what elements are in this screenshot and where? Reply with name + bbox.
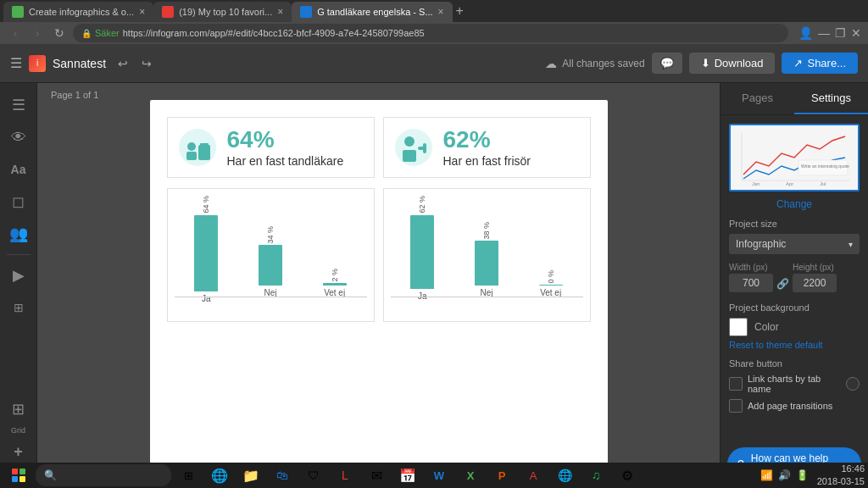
svg-rect-9: [423, 143, 426, 153]
link-charts-checkbox[interactable]: [729, 377, 743, 391]
sidebar-item-people[interactable]: 👥: [3, 219, 34, 249]
lynda-icon[interactable]: L: [330, 462, 360, 488]
minimize-button[interactable]: —: [818, 26, 830, 40]
start-button[interactable]: [3, 462, 34, 488]
explorer-icon[interactable]: 📁: [236, 462, 266, 488]
height-input[interactable]: [793, 274, 837, 292]
width-input[interactable]: [729, 274, 773, 292]
new-tab-button[interactable]: +: [456, 3, 464, 19]
url-text: https://infogram.com/app/#/edit/c4bcc162…: [123, 28, 425, 38]
taskbar: 🔍 ⊞ 🌐 📁 🛍 🛡 L ✉ 📅 W X P A 🌐 ♫ ⚙ 📶 🔊 🔋 16…: [0, 463, 868, 488]
sidebar-grid-label: Grid: [11, 426, 25, 435]
sidebar-item-shapes[interactable]: ◻: [3, 186, 34, 217]
settings-icon[interactable]: ⚙: [612, 462, 643, 488]
tab-settings[interactable]: Settings: [794, 83, 868, 114]
chart1-bar3-label: 2 %: [331, 269, 339, 282]
svg-text:Jan: Jan: [752, 181, 760, 186]
width-label: Width (px): [729, 263, 773, 272]
chart1-bar3: [323, 283, 347, 286]
clock-time: 16:46: [817, 463, 865, 475]
sidebar-item-grid[interactable]: ⊞ Grid: [3, 394, 34, 435]
page-label: Page 1 of 1: [51, 90, 98, 100]
background-label: Project background: [729, 302, 860, 313]
mail-icon[interactable]: ✉: [361, 462, 392, 488]
svg-point-6: [404, 136, 415, 147]
share-icon: ↗: [793, 57, 803, 69]
restore-button[interactable]: ❐: [835, 26, 846, 40]
share-button[interactable]: ↗ Share...: [782, 53, 858, 74]
stat-2-desc: Har en fast frisör: [443, 153, 531, 169]
network-icon[interactable]: 📶: [760, 469, 773, 481]
tab-3[interactable]: G tandläkare engelska - S... ×: [292, 2, 452, 22]
page-transitions-checkbox[interactable]: [729, 399, 743, 413]
sidebar-item-video[interactable]: ▶: [3, 260, 34, 291]
saved-text: All changes saved: [562, 58, 644, 69]
store-icon[interactable]: 🛍: [267, 462, 298, 488]
page-transitions-text: Add page transitions: [748, 401, 832, 411]
chart2-bar2: [475, 241, 498, 286]
chart2-bar2-label: 38 %: [482, 222, 491, 240]
page-thumbnail[interactable]: Jan Apr Jul Write an interesting quote: [729, 124, 860, 191]
sidebar-item-visual[interactable]: 👁: [3, 122, 34, 152]
cloud-icon: ☁: [545, 57, 557, 70]
volume-icon[interactable]: 🔊: [778, 469, 791, 481]
link-dimensions-icon[interactable]: 🔗: [776, 278, 789, 290]
canvas[interactable]: 64% Har en fast tandläkare: [150, 100, 608, 488]
svg-text:Jul: Jul: [820, 181, 826, 186]
sidebar-item-apps[interactable]: ⊞: [3, 292, 34, 323]
back-button[interactable]: ‹: [7, 26, 24, 40]
reset-theme-link[interactable]: Reset to theme default: [729, 340, 860, 350]
svg-point-2: [187, 142, 196, 151]
canvas-area[interactable]: Page 1 of 1: [37, 83, 720, 488]
sidebar-item-add[interactable]: ☰: [3, 90, 34, 120]
tab-bar: Create infographics & o... × (19) My top…: [0, 0, 868, 44]
chart1-bar2-label: 34 %: [266, 226, 275, 244]
chart1-label1: Ja: [202, 294, 211, 303]
link-charts-radio[interactable]: [846, 377, 860, 391]
excel-icon[interactable]: X: [455, 462, 486, 488]
undo-button[interactable]: ↩: [113, 55, 133, 72]
spotify-icon[interactable]: ♫: [581, 462, 611, 488]
download-button[interactable]: ⬇ Download: [689, 53, 776, 74]
secure-icon: 🔒: [81, 29, 92, 38]
color-label: Color: [754, 321, 779, 333]
color-swatch[interactable]: [729, 318, 748, 336]
address-input[interactable]: 🔒 Säker https://infogram.com/app/#/edit/…: [73, 24, 788, 42]
chart2-bar3: [539, 285, 563, 286]
task-view-button[interactable]: ⊞: [173, 462, 203, 488]
tab-pages[interactable]: Pages: [721, 83, 794, 114]
project-name[interactable]: Sannatest: [53, 57, 106, 70]
powerpoint-icon[interactable]: P: [487, 462, 517, 488]
chrome-icon[interactable]: 🌐: [549, 462, 580, 488]
sidebar-item-text[interactable]: Aa: [3, 154, 34, 185]
mcafee-icon[interactable]: 🛡: [298, 462, 329, 488]
chat-button[interactable]: 💬: [652, 53, 682, 74]
tab-2-close[interactable]: ×: [277, 6, 283, 18]
project-size-section: Project size Infographic ▾: [729, 219, 860, 254]
profile-icon[interactable]: 👤: [798, 26, 813, 40]
right-panel: Pages Settings: [720, 83, 868, 488]
sidebar-menu-icon[interactable]: ☰: [10, 55, 22, 71]
tab-3-close[interactable]: ×: [438, 6, 444, 18]
taskbar-search-icon: 🔍: [44, 469, 57, 481]
redo-button[interactable]: ↪: [136, 55, 157, 72]
svg-rect-7: [403, 150, 416, 162]
acrobat-icon[interactable]: A: [518, 462, 548, 488]
project-size-select[interactable]: Infographic ▾: [729, 234, 860, 254]
edge-icon[interactable]: 🌐: [204, 462, 235, 488]
close-window-button[interactable]: ✕: [851, 26, 861, 40]
tab-1-close[interactable]: ×: [139, 6, 145, 18]
forward-button[interactable]: ›: [29, 26, 46, 40]
change-link[interactable]: Change: [729, 198, 860, 210]
chart2-bar1: [410, 215, 434, 289]
calendar-icon[interactable]: 📅: [392, 462, 423, 488]
tab-3-favicon: [300, 6, 312, 18]
taskbar-search[interactable]: 🔍: [36, 464, 171, 486]
svg-text:Apr: Apr: [786, 181, 793, 186]
battery-icon[interactable]: 🔋: [796, 469, 809, 481]
word-icon[interactable]: W: [424, 462, 454, 488]
chart2-bar1-label: 62 %: [418, 196, 426, 214]
tab-1[interactable]: Create infographics & o... ×: [3, 2, 153, 22]
tab-2[interactable]: (19) My top 10 favori... ×: [153, 2, 292, 22]
reload-button[interactable]: ↻: [51, 26, 68, 40]
